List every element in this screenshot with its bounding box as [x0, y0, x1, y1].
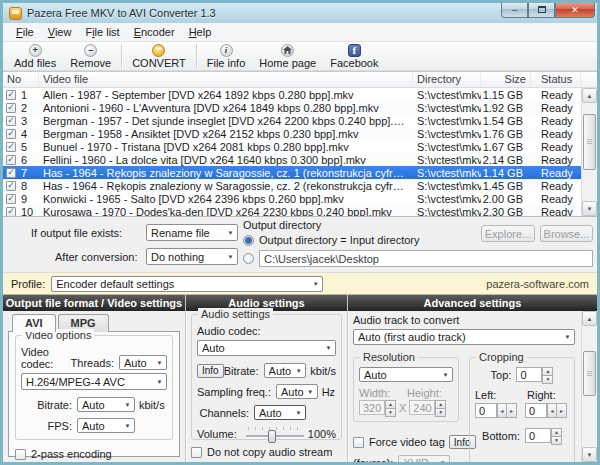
check-icon: ✓: [7, 116, 15, 125]
force-video-tag-checkbox[interactable]: Force video tag Info: [353, 435, 459, 449]
row-checkbox[interactable]: ✓: [6, 181, 16, 191]
table-row[interactable]: ✓1 Allen - 1987 - September [DVD x264 18…: [3, 88, 581, 101]
audio-track-select[interactable]: Auto (first audio track)▼: [353, 329, 575, 345]
crop-bottom-field[interactable]: 0: [525, 428, 551, 443]
channels-select[interactable]: Auto▼: [254, 405, 306, 420]
facebook-button[interactable]: f Facebook: [323, 42, 385, 70]
profile-select[interactable]: Encoder default settings▼: [51, 276, 323, 292]
crop-left-field[interactable]: 0: [475, 403, 497, 418]
after-conversion-select[interactable]: Do nothing▼: [146, 248, 238, 265]
browse-button[interactable]: Browse...: [540, 225, 593, 242]
audio-bitrate-select[interactable]: Auto▼: [264, 363, 307, 378]
home-page-button[interactable]: Home page: [252, 42, 323, 70]
two-pass-checkbox[interactable]: 2-pass encoding: [15, 448, 173, 460]
row-checkbox[interactable]: ✓: [6, 90, 16, 100]
table-row[interactable]: ✓5 Bunuel - 1970 - Tristana [DVD x264 20…: [3, 140, 581, 153]
column-header-size[interactable]: Size: [481, 72, 531, 87]
volume-slider[interactable]: [246, 426, 304, 442]
resolution-select[interactable]: Auto▼: [359, 367, 453, 382]
table-row[interactable]: ✓8 Has - 1964 - Rękopis znaleziony w Sar…: [3, 179, 581, 192]
advanced-panel-scrollbar[interactable]: ▲ ▼: [581, 311, 597, 462]
website-link[interactable]: pazera-software.com: [486, 278, 589, 290]
file-list: No Video file Directory Size Status ✓1 A…: [3, 71, 597, 217]
table-row[interactable]: ✓3 Bergman - 1957 - Det sjunde inseglet …: [3, 114, 581, 127]
remove-button[interactable]: – Remove: [63, 42, 118, 70]
scroll-thumb[interactable]: [583, 351, 596, 396]
crop-left-spinner[interactable]: ◄►: [497, 403, 517, 418]
scroll-up-button[interactable]: ▲: [582, 88, 597, 103]
crop-right-field[interactable]: 0: [525, 403, 547, 418]
fourcc-select[interactable]: XVID▼: [398, 455, 450, 465]
custom-directory-field[interactable]: C:\Users\jacek\Desktop: [259, 250, 593, 267]
row-checkbox[interactable]: ✓: [6, 207, 16, 217]
file-list-scrollbar[interactable]: ▲ ▼: [581, 88, 597, 216]
row-checkbox[interactable]: ✓: [6, 116, 16, 126]
table-row[interactable]: ✓4 Bergman - 1958 - Ansiktet [DVD x264 2…: [3, 127, 581, 140]
crop-top-spinner[interactable]: ▲▼: [542, 367, 553, 382]
row-checkbox[interactable]: ✓: [6, 129, 16, 139]
table-row[interactable]: ✓2 Antonioni - 1960 - L'Avventura [DVD x…: [3, 101, 581, 114]
scroll-thumb[interactable]: [583, 114, 596, 170]
profile-label: Profile:: [11, 278, 45, 290]
file-info-button[interactable]: i File info: [200, 42, 253, 70]
radio-custom-directory[interactable]: [243, 253, 254, 264]
slider-thumb[interactable]: [268, 430, 276, 443]
column-header-directory[interactable]: Directory: [413, 72, 481, 87]
add-files-button[interactable]: + Add files: [7, 42, 63, 70]
fourcc-label: (fourcc):: [353, 457, 398, 465]
table-row-selected[interactable]: ✓7 Has - 1964 - Rękopis znaleziony w Sar…: [3, 166, 581, 179]
height-spinner[interactable]: ▲▼: [435, 400, 446, 415]
menu-help[interactable]: Help: [182, 24, 219, 40]
if-output-exists-label: If output file exists:: [31, 227, 122, 239]
width-spinner[interactable]: ▲▼: [385, 400, 396, 415]
scroll-down-button[interactable]: ▼: [582, 201, 597, 216]
close-button[interactable]: ✕: [555, 2, 595, 18]
menu-bar: File View File list Encoder Help: [3, 23, 597, 42]
threads-select[interactable]: Auto▼: [119, 355, 167, 370]
if-output-exists-select[interactable]: Rename file▼: [146, 224, 238, 241]
crop-bottom-spinner[interactable]: ▲▼: [551, 428, 562, 443]
explore-button[interactable]: Explore...: [481, 225, 535, 242]
radio-same-directory[interactable]: Output directory = Input directory: [243, 234, 420, 246]
no-copy-audio-checkbox[interactable]: Do not copy audio stream: [191, 446, 342, 458]
sampling-select[interactable]: Auto▼: [276, 384, 318, 399]
crop-right-spinner[interactable]: ◄►: [547, 403, 567, 418]
menu-view[interactable]: View: [41, 24, 79, 40]
convert-button[interactable]: CONVERT: [125, 42, 193, 70]
column-header-status[interactable]: Status: [531, 72, 581, 87]
menu-file[interactable]: File: [9, 24, 41, 40]
row-checkbox[interactable]: ✓: [6, 103, 16, 113]
dropdown-arrow-icon: ▼: [153, 379, 166, 385]
fps-select[interactable]: Auto▼: [77, 418, 135, 433]
menu-file-list[interactable]: File list: [78, 24, 126, 40]
table-row[interactable]: ✓6 Fellini - 1960 - La dolce vita [DVD x…: [3, 153, 581, 166]
video-bitrate-select[interactable]: Auto▼: [77, 397, 135, 412]
row-checkbox[interactable]: ✓: [6, 155, 16, 165]
table-row[interactable]: ✓10 Kurosawa - 1970 - Dodes'ka-den [DVD …: [3, 205, 581, 216]
scroll-up-button[interactable]: ▲: [582, 311, 597, 326]
audio-codec-select[interactable]: Auto▼: [197, 340, 336, 356]
crop-top-label: Top:: [491, 369, 517, 381]
height-field[interactable]: 240: [409, 400, 435, 415]
width-field[interactable]: 320: [359, 400, 385, 415]
convert-icon: [152, 44, 165, 57]
minimize-button[interactable]: –: [501, 2, 528, 18]
video-codec-select[interactable]: H.264/MPEG-4 AVC▼: [21, 373, 167, 390]
menu-encoder[interactable]: Encoder: [127, 24, 182, 40]
maximize-button[interactable]: [528, 2, 555, 18]
column-header-video-file[interactable]: Video file: [39, 72, 413, 87]
row-checkbox[interactable]: ✓: [6, 168, 16, 178]
fps-label: FPS:: [21, 420, 77, 432]
facebook-icon: f: [348, 44, 361, 57]
tab-avi[interactable]: AVI: [12, 314, 56, 332]
row-checkbox[interactable]: ✓: [6, 194, 16, 204]
row-checkbox[interactable]: ✓: [6, 142, 16, 152]
audio-info-button[interactable]: Info: [197, 364, 224, 378]
table-row[interactable]: ✓9 Konwicki - 1965 - Salto [DVD x264 239…: [3, 192, 581, 205]
column-header-no[interactable]: No: [3, 72, 39, 87]
check-icon: ✓: [7, 129, 15, 138]
crop-left-label: Left:: [475, 389, 527, 401]
title-bar[interactable]: Pazera Free MKV to AVI Converter 1.3 – ✕: [3, 3, 597, 23]
crop-top-field[interactable]: 0: [516, 367, 542, 382]
scroll-down-button[interactable]: ▼: [582, 447, 597, 462]
